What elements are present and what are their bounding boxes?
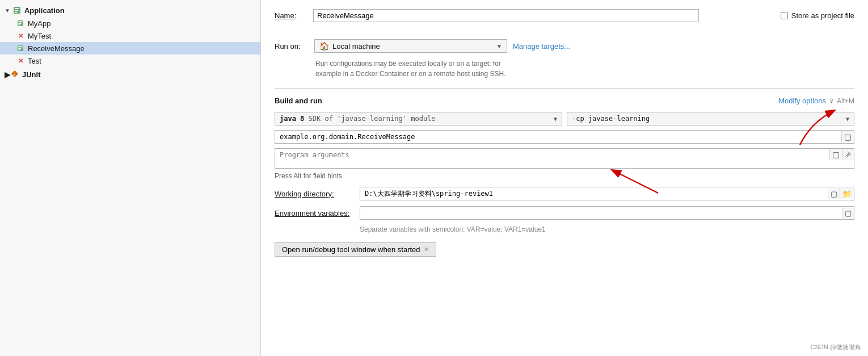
home-icon: 🏠: [319, 41, 329, 51]
mytest-error-icon: ✕: [16, 31, 25, 40]
main-class-input[interactable]: [275, 131, 841, 143]
env-vars-label: Environment variables:: [275, 209, 354, 217]
junit-icon: J: [10, 69, 19, 80]
working-dir-row: Working directory: ▢ 📁: [275, 187, 854, 200]
sdk-arrow: ▼: [554, 116, 557, 122]
classpath-label: -cp javase-learning: [572, 115, 650, 123]
modify-options-area: Modify options ∨ Alt+M: [778, 97, 854, 105]
modify-chevron: ∨: [829, 98, 833, 104]
sidebar-item-mytest[interactable]: ✕ MyTest: [0, 30, 260, 42]
sdk-dropdown[interactable]: java 8 SDK of 'javase-learning' module ▼: [275, 112, 562, 125]
expand-arrow: ▼: [5, 7, 10, 14]
myapp-icon: [16, 19, 25, 28]
working-dir-folder-icon[interactable]: 📁: [840, 189, 854, 199]
svg-rect-6: [19, 23, 22, 24]
sidebar: ▼ Application MyApp ✕ MyTest: [0, 0, 261, 356]
svg-rect-9: [19, 47, 23, 48]
program-args-expand-icon[interactable]: ⇗: [842, 149, 854, 160]
receivemessage-icon: [16, 44, 25, 53]
env-hint: Separate variables with semicolon: VAR=v…: [360, 225, 854, 233]
mytest-label: MyTest: [28, 32, 51, 40]
run-on-value: Local machine: [332, 42, 380, 51]
section-divider: [275, 88, 854, 89]
svg-rect-10: [19, 48, 22, 49]
name-row: Name:: [275, 9, 781, 22]
run-on-label: Run on:: [275, 42, 309, 51]
bottom-bar: Open run/debug tool window when started …: [275, 242, 854, 257]
program-args-icons: ▢ ⇗: [829, 149, 854, 160]
name-input[interactable]: [313, 9, 699, 22]
run-on-dropdown[interactable]: 🏠 Local machine ▼: [314, 39, 507, 53]
annotation-arrow-2: [794, 105, 845, 150]
main-class-row: ▢: [275, 130, 854, 144]
run-on-arrow: ▼: [496, 43, 502, 49]
sidebar-item-myapp[interactable]: MyApp: [0, 17, 260, 30]
env-vars-row: Environment variables: ▢: [275, 206, 854, 220]
program-args-input[interactable]: [275, 149, 829, 161]
svg-rect-7: [19, 24, 21, 26]
working-dir-input-row: ▢ 📁: [360, 187, 854, 200]
name-label: Name:: [275, 11, 309, 20]
application-section[interactable]: ▼ Application: [0, 3, 260, 17]
receivemessage-label: ReceiveMessage: [28, 44, 85, 53]
csdn-watermark: CSDN @微扬嘴角: [811, 343, 861, 351]
junit-label: JUnit: [22, 70, 41, 79]
sidebar-item-test[interactable]: ✕ Test: [0, 55, 260, 67]
store-project-checkbox[interactable]: [781, 12, 788, 19]
application-icon: [12, 6, 22, 15]
sdk-label: java 8: [280, 115, 304, 123]
env-vars-input[interactable]: [360, 207, 842, 219]
env-vars-input-row: ▢: [360, 206, 854, 220]
run-on-row: Run on: 🏠 Local machine ▼ Manage targets…: [275, 39, 854, 53]
svg-rect-2: [15, 10, 18, 11]
build-run-title: Build and run: [275, 97, 322, 105]
program-args-edit-icon[interactable]: ▢: [829, 149, 842, 160]
sdk-detail: SDK of 'javase-learning' module: [309, 115, 436, 123]
modify-options-shortcut: Alt+M: [837, 97, 854, 105]
hint-text: Run configurations may be executed local…: [315, 58, 854, 79]
junit-expand-arrow: ▶: [5, 70, 10, 79]
field-hint: Press Alt for field hints: [275, 172, 854, 180]
open-tool-window-label: Open run/debug tool window when started: [282, 245, 420, 254]
test-error-icon: ✕: [16, 56, 25, 65]
svg-rect-11: [19, 49, 21, 51]
classpath-arrow: ▼: [846, 116, 849, 122]
working-dir-edit-icon[interactable]: ▢: [828, 189, 840, 199]
sidebar-item-receivemessage[interactable]: ReceiveMessage: [0, 42, 260, 55]
svg-rect-3: [15, 12, 17, 13]
store-project-label: Store as project file: [791, 11, 854, 20]
test-label: Test: [28, 57, 41, 65]
working-dir-label: Working directory:: [275, 190, 354, 198]
hint-line2: example in a Docker Container or on a re…: [315, 70, 506, 78]
env-vars-edit-icon[interactable]: ▢: [842, 208, 854, 219]
build-run-header: Build and run Modify options ∨ Alt+M: [275, 97, 854, 105]
top-bar: Name: Store as project file: [275, 9, 854, 22]
junit-section[interactable]: ▶ J JUnit: [0, 67, 260, 82]
store-project-file-row: Store as project file: [781, 11, 854, 20]
manage-targets-link[interactable]: Manage targets...: [513, 42, 570, 51]
open-tool-window-btn[interactable]: Open run/debug tool window when started …: [275, 242, 436, 257]
program-args-row: ▢ ⇗: [275, 148, 854, 169]
svg-text:J: J: [13, 72, 15, 77]
working-dir-input[interactable]: [360, 187, 828, 200]
svg-rect-5: [19, 22, 23, 23]
hint-line1: Run configurations may be executed local…: [315, 60, 501, 68]
myapp-label: MyApp: [28, 19, 50, 28]
application-label: Application: [24, 6, 65, 15]
svg-rect-1: [15, 8, 19, 9]
close-open-window-icon[interactable]: ✕: [424, 246, 429, 253]
modify-options-link[interactable]: Modify options: [778, 97, 826, 105]
sdk-row: java 8 SDK of 'javase-learning' module ▼…: [275, 112, 854, 125]
main-content: Name: Store as project file Run on: 🏠 Lo…: [261, 0, 868, 356]
